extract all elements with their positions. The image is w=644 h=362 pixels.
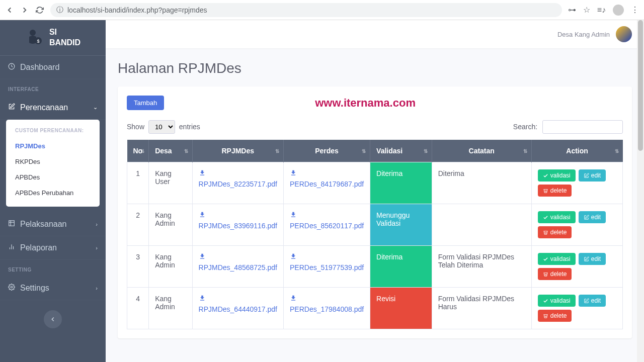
brand-logo[interactable]: $ SI BANDID [0,20,106,56]
submenu-perencanaan: CUSTOM PERENCANAAN: RPJMDes RKPDes APBDe… [6,120,100,207]
col-desa[interactable]: Desa⇅ [149,140,192,162]
file-link[interactable]: PERDes_85620117.pdf [290,222,364,230]
table-controls: Show 10 entries Search: [127,120,623,134]
download-icon[interactable] [199,253,277,261]
nav-dashboard[interactable]: Dashboard [0,56,106,79]
file-link[interactable]: RPJMDes_83969116.pdf [199,222,277,230]
cell-rpjmdes: RPJMDes_48568725.pdf [192,246,283,288]
menu-icon[interactable]: ⋮ [631,5,639,15]
col-catatan[interactable]: Catatan⇅ [432,140,531,162]
chart-icon [8,243,15,252]
sidebar-collapse [0,304,106,334]
file-link[interactable]: RPJMDes_64440917.pdf [199,305,277,313]
validasi-button[interactable]: validasi [538,295,576,307]
cell-perdes: PERDes_17984008.pdf [283,288,370,329]
submenu-apbdes[interactable]: APBDes [6,169,100,185]
download-icon[interactable] [290,169,364,178]
nav-perencanaan[interactable]: Perencanaan ⌄ [0,96,106,120]
cell-no: 1 [127,162,149,204]
download-icon[interactable] [290,253,364,261]
cell-no: 3 [127,246,149,288]
cell-perdes: PERDes_85620117.pdf [283,204,370,246]
cell-rpjmdes: RPJMDes_82235717.pdf [192,162,283,204]
edit-button[interactable]: edit [579,295,606,307]
playlist-icon[interactable]: ≡♪ [597,6,606,15]
submenu-rpjmdes[interactable]: RPJMDes [6,138,100,154]
key-icon[interactable]: ⊶ [568,5,576,15]
profile-avatar-icon[interactable] [613,5,624,16]
validasi-button[interactable]: validasi [538,253,576,265]
download-icon[interactable] [199,295,277,303]
download-icon[interactable] [199,169,277,178]
cell-desa: Kang Admin [149,288,192,329]
url-text: localhost/si-bandid/index.php?page=rpjmd… [67,6,207,14]
download-icon[interactable] [290,295,364,303]
file-link[interactable]: RPJMDes_48568725.pdf [199,263,277,272]
chevron-down-icon: ⌄ [93,104,98,111]
cell-perdes: PERDes_51977539.pdf [283,246,370,288]
chevron-right-icon: › [96,221,98,227]
sidebar: $ SI BANDID Dashboard INTERFACE Perencan… [0,20,106,362]
watermark-text: www.iternama.com [315,97,416,110]
site-info-icon: ⓘ [56,6,63,15]
file-link[interactable]: PERDes_51977539.pdf [290,263,364,272]
cell-action: validasi edit delete [531,288,622,329]
search-input[interactable] [542,120,623,134]
collapse-button[interactable] [44,310,62,328]
page-title: Halaman RPJMDes [118,60,632,76]
col-action[interactable]: Action⇅ [531,140,622,162]
cell-desa: Kang User [149,162,192,204]
delete-button[interactable]: delete [538,226,572,238]
browser-back-button[interactable] [5,6,14,15]
file-link[interactable]: PERDes_84179687.pdf [290,180,364,188]
delete-button[interactable]: delete [538,185,572,197]
col-rpjmdes[interactable]: RPJMDes⇅ [192,140,283,162]
nav-label: Perencanaan [20,103,68,112]
chevron-right-icon: › [96,245,98,251]
delete-button[interactable]: delete [538,310,572,322]
browser-bar: ⓘ localhost/si-bandid/index.php?page=rpj… [0,0,644,20]
col-no[interactable]: No⇅ [127,140,149,162]
cell-catatan: Form Validasi RPJMDes Telah Diterima [432,246,531,288]
validasi-button[interactable]: validasi [538,211,576,223]
scrollbar-thumb[interactable] [638,20,643,151]
nav-pelaporan[interactable]: Pelaporan › [0,236,106,260]
col-perdes[interactable]: Perdes⇅ [283,140,370,162]
edit-button[interactable]: edit [579,253,606,265]
browser-forward-button[interactable] [20,6,29,15]
browser-reload-button[interactable] [35,6,44,15]
download-icon[interactable] [199,211,277,220]
validasi-button[interactable]: validasi [538,169,576,182]
nav-settings[interactable]: Settings › [0,277,106,300]
brand-icon: $ [25,28,45,48]
submenu-rkpdes[interactable]: RKPDes [6,154,100,169]
nav-label: Pelaporan [20,243,57,252]
cell-no: 2 [127,204,149,246]
submenu-header: CUSTOM PERENCANAAN: [6,126,100,138]
cell-validasi: Revisi [370,288,432,329]
cell-validasi: Diterima [370,246,432,288]
submenu-apbdes-perubahan[interactable]: APBDes Perubahan [6,185,100,201]
edit-button[interactable]: edit [579,169,606,182]
col-validasi[interactable]: Validasi⇅ [370,140,432,162]
browser-actions: ⊶ ☆ ≡♪ ⋮ [568,5,639,16]
cell-rpjmdes: RPJMDes_83969116.pdf [192,204,283,246]
file-link[interactable]: PERDes_17984008.pdf [290,305,364,313]
cell-action: validasi edit delete [531,204,622,246]
table-icon [8,220,15,229]
page-size-select[interactable]: 10 [148,120,175,134]
cell-catatan [432,204,531,246]
svg-point-10 [11,286,13,288]
edit-button[interactable]: edit [579,211,606,223]
topbar-username[interactable]: Desa Kang Admin [557,31,610,38]
user-avatar[interactable] [616,26,632,42]
star-icon[interactable]: ☆ [583,5,590,15]
file-link[interactable]: RPJMDes_82235717.pdf [199,180,277,188]
delete-button[interactable]: delete [538,268,572,280]
table-row: 2 Kang Admin RPJMDes_83969116.pdf PERDes… [127,204,623,246]
url-bar[interactable]: ⓘ localhost/si-bandid/index.php?page=rpj… [50,3,562,17]
cell-action: validasi edit delete [531,162,622,204]
download-icon[interactable] [290,211,364,220]
tambah-button[interactable]: Tambah [127,96,164,110]
nav-pelaksanaan[interactable]: Pelaksanaan › [0,213,106,236]
